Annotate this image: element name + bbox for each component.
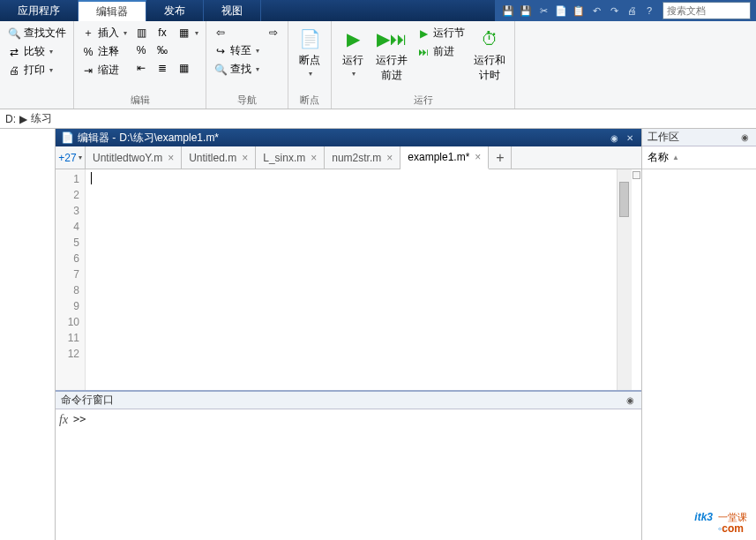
tab-label: example1.m* xyxy=(408,151,469,163)
text-cursor xyxy=(91,172,92,184)
insert-icon: ＋ xyxy=(81,26,95,41)
goto-icon: ↪ xyxy=(213,44,228,58)
run-advance[interactable]: ▶⏭运行并 前进 xyxy=(372,25,411,85)
left-sidebar xyxy=(0,129,56,540)
find[interactable]: 🔍查找▾ xyxy=(212,61,261,78)
editor-tab[interactable]: num2str.m× xyxy=(325,146,400,169)
find-file-icon: 🔍 xyxy=(7,26,21,41)
command-window-panel: 命令行窗口 ◉ fx >> xyxy=(56,390,641,540)
search-docs-input[interactable] xyxy=(662,2,751,19)
smart-indent[interactable]: ≣ xyxy=(153,60,171,76)
command-window-titlebar: 命令行窗口 ◉ xyxy=(56,392,641,409)
editor-tab[interactable]: Untitled.m× xyxy=(182,146,256,169)
command-prompt: >> xyxy=(73,413,86,536)
chevron-right-icon: ▶ xyxy=(19,113,27,125)
editor-tab[interactable]: UntitledtwoY.m× xyxy=(86,146,182,169)
undo-icon[interactable]: ↶ xyxy=(588,3,604,19)
document-icon: 📄 xyxy=(61,131,74,144)
help-icon[interactable]: ? xyxy=(641,3,657,19)
back[interactable]: ⇦ xyxy=(212,25,261,41)
fwd[interactable]: ⇨ xyxy=(265,25,282,41)
paste-icon[interactable]: 📋 xyxy=(571,3,587,19)
vertical-scrollbar[interactable] xyxy=(617,169,631,390)
format-icon: ▦ xyxy=(176,61,191,75)
outdent-icon: ⇤ xyxy=(134,61,148,75)
compare-icon: ⇄ xyxy=(7,45,21,59)
workspace-titlebar: 工作区 ◉ xyxy=(642,129,756,146)
run[interactable]: ▶运行▾ xyxy=(337,25,369,79)
find-file[interactable]: 🔍查找文件 xyxy=(5,25,68,41)
indent[interactable]: ⇥缩进 xyxy=(79,62,129,79)
chevron-down-icon: ▾ xyxy=(352,70,356,78)
comment-toggle[interactable]: % xyxy=(132,42,150,58)
fwd-icon: ⇨ xyxy=(266,26,281,40)
close-icon[interactable]: × xyxy=(311,152,317,164)
indent-icon: ⇥ xyxy=(81,64,95,78)
print-icon[interactable]: 🖨 xyxy=(624,3,640,19)
line-number: 3 xyxy=(56,203,79,219)
print[interactable]: 🖨打印▾ xyxy=(5,62,68,79)
code-editor[interactable]: 123456789101112 xyxy=(56,169,641,390)
run-time[interactable]: ⏱运行和 计时 xyxy=(470,25,509,85)
fx[interactable]: fx xyxy=(153,25,171,41)
scrollbar-thumb[interactable] xyxy=(619,182,629,217)
close-icon[interactable]: × xyxy=(168,152,174,164)
goto[interactable]: ↪转至▾ xyxy=(212,42,261,59)
editor-tab[interactable]: example1.m*× xyxy=(400,146,489,169)
fx-icon[interactable]: fx xyxy=(59,413,68,536)
add-tab-button[interactable]: + xyxy=(489,146,512,169)
cut-icon[interactable]: ✂ xyxy=(535,3,551,19)
ribbon-group-label: 运行 xyxy=(337,92,509,109)
uncomment[interactable]: ‰ xyxy=(153,42,171,58)
run-advance-icon: ▶⏭ xyxy=(379,26,404,51)
compare[interactable]: ⇄比较▾ xyxy=(5,43,68,60)
advance[interactable]: ⏭前进 xyxy=(415,43,467,60)
menu-tab-0[interactable]: 应用程序 xyxy=(0,0,79,21)
close-icon[interactable]: × xyxy=(242,152,248,164)
advance-icon: ⏭ xyxy=(416,45,430,59)
margin-indicator-icon xyxy=(632,171,640,179)
line-number: 5 xyxy=(56,235,79,251)
redo-icon[interactable]: ↷ xyxy=(606,3,622,19)
save-all-icon[interactable]: 💾 xyxy=(518,3,534,19)
ribbon-group: ▶运行▾▶⏭运行并 前进▶运行节⏭前进⏱运行和 计时运行 xyxy=(332,21,515,109)
command-window[interactable]: fx >> xyxy=(56,409,641,540)
dropdown-icon[interactable]: ◉ xyxy=(624,394,636,407)
dropdown-icon[interactable]: ◉ xyxy=(738,131,751,144)
dropdown-icon[interactable]: ◉ xyxy=(608,131,620,144)
chevron-down-icon: ▾ xyxy=(49,66,53,74)
copy-icon[interactable]: 📄 xyxy=(553,3,569,19)
comment[interactable]: %注释 xyxy=(79,43,129,60)
quick-access-toolbar: 💾 💾 ✂ 📄 📋 ↶ ↷ 🖨 ? xyxy=(495,0,756,21)
breadcrumb-item[interactable]: D: xyxy=(5,113,16,125)
insert-section[interactable]: ▥ xyxy=(132,25,150,41)
close-icon[interactable]: ✕ xyxy=(624,131,636,144)
line-number: 4 xyxy=(56,219,79,235)
code-fold[interactable]: ▦▾ xyxy=(175,25,200,41)
close-icon[interactable]: × xyxy=(386,152,393,164)
breakpoints[interactable]: 📄断点▾ xyxy=(294,25,326,79)
breadcrumb-item[interactable]: 练习 xyxy=(31,111,52,126)
insert[interactable]: ＋插入▾ xyxy=(79,25,129,41)
menu-tab-1[interactable]: 编辑器 xyxy=(79,0,146,21)
chevron-down-icon: ▾ xyxy=(256,65,259,73)
tab-overflow-button[interactable]: +27▾ xyxy=(56,146,86,169)
outdent[interactable]: ⇤ xyxy=(132,60,150,76)
menu-tab-2[interactable]: 发布 xyxy=(146,0,204,21)
editor-titlebar: 📄 编辑器 - D:\练习\example1.m* ◉ ✕ xyxy=(56,129,641,146)
editor-tab[interactable]: L_sinx.m× xyxy=(256,146,325,169)
comment-toggle-icon: % xyxy=(134,43,148,57)
menu-tab-3[interactable]: 视图 xyxy=(204,0,261,21)
workspace-column-header[interactable]: 名称 ▲ xyxy=(642,146,756,169)
format[interactable]: ▦ xyxy=(175,60,200,76)
code-body[interactable] xyxy=(86,169,617,390)
editor-title-prefix: 编辑器 - xyxy=(78,131,116,146)
save-icon[interactable]: 💾 xyxy=(500,3,516,19)
ribbon-group-label xyxy=(5,105,68,109)
chevron-down-icon: ▾ xyxy=(124,29,127,37)
spacer[interactable] xyxy=(175,42,200,58)
run-section[interactable]: ▶运行节 xyxy=(415,25,467,41)
close-icon[interactable]: × xyxy=(475,151,481,163)
ribbon: 🔍查找文件⇄比较▾🖨打印▾＋插入▾%注释⇥缩进▥%⇤fx‰≣▦▾▦编辑⇦↪转至▾… xyxy=(0,21,756,109)
back-icon: ⇦ xyxy=(213,26,228,40)
